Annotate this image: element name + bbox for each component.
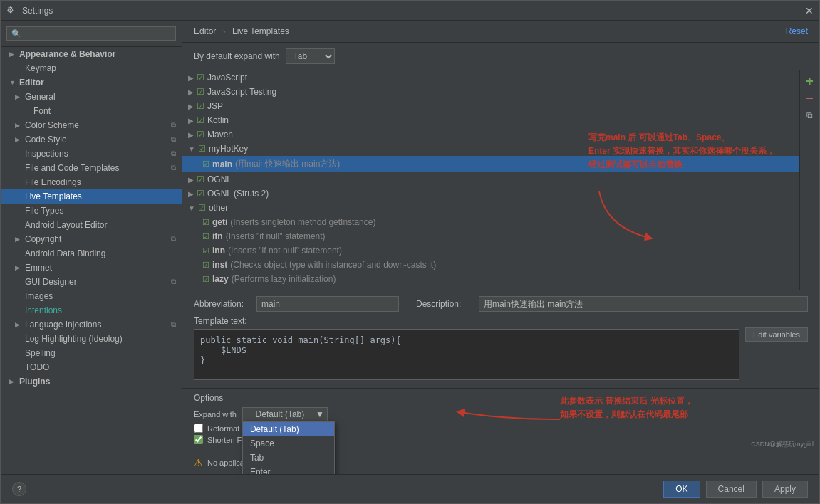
reformat-checkbox[interactable]: [194, 424, 203, 433]
sidebar-item-images[interactable]: Images: [1, 289, 182, 303]
group-myhotkey[interactable]: ▼ ☑ myHotKey: [182, 142, 799, 156]
sidebar-label: File Encodings: [25, 177, 81, 187]
template-main[interactable]: ☑ main (用main快速输出 main方法): [182, 156, 799, 172]
sidebar-item-gui[interactable]: GUI Designer ⧉: [1, 275, 182, 289]
arrow-icon: ▶: [188, 88, 194, 96]
sidebar-item-todo[interactable]: TODO: [1, 360, 182, 374]
sidebar-item-emmet[interactable]: ▶ Emmet: [1, 261, 182, 275]
abbreviation-input[interactable]: [256, 296, 399, 312]
sidebar-item-keymap[interactable]: Keymap: [1, 61, 182, 75]
sidebar-label: Font: [33, 106, 51, 116]
dropdown-item-space[interactable]: Space: [243, 436, 334, 451]
group-label: OGNL: [207, 174, 232, 184]
reset-button[interactable]: Reset: [786, 26, 808, 36]
sidebar-item-font[interactable]: Font: [1, 104, 182, 118]
template-ifn[interactable]: ☑ ifn (Inserts "if null" statement): [182, 229, 799, 243]
sidebar-label: Keymap: [25, 63, 56, 73]
template-textarea[interactable]: public static void main(String[] args){ …: [194, 329, 739, 380]
dropdown-item-enter[interactable]: Enter: [243, 465, 334, 474]
group-javascript[interactable]: ▶ ☑ JavaScript: [182, 70, 799, 85]
sidebar-item-live-templates[interactable]: Live Templates: [1, 189, 182, 204]
arrow-icon: ▶: [188, 176, 194, 184]
remove-button[interactable]: −: [802, 90, 818, 106]
add-button[interactable]: +: [802, 73, 818, 89]
sidebar-item-general[interactable]: ▶ General: [1, 90, 182, 104]
arrow-icon: ▶: [15, 136, 22, 143]
sidebar-item-spelling[interactable]: Spelling: [1, 346, 182, 360]
dropdown-item-tab[interactable]: Tab: [243, 451, 334, 465]
sidebar-item-code-style[interactable]: ▶ Code Style ⧉: [1, 132, 182, 147]
check-icon: ☑: [202, 232, 209, 241]
breadcrumb-sep: ›: [223, 26, 226, 36]
footer-left: ?: [12, 482, 26, 496]
arrow-icon: ▶: [15, 264, 22, 271]
group-other[interactable]: ▼ ☑ other: [182, 201, 799, 215]
sidebar-item-inspections[interactable]: Inspections ⧉: [1, 147, 182, 161]
main-area: ▶ ☑ JavaScript ▶ ☑ JavaScript Testing: [182, 70, 819, 474]
template-inn[interactable]: ☑ inn (Inserts "if not null" statement): [182, 243, 799, 258]
group-ognl-struts[interactable]: ▶ ☑ OGNL (Struts 2): [182, 187, 799, 201]
sidebar-item-log[interactable]: Log Highlighting (Ideolog): [1, 332, 182, 346]
group-maven[interactable]: ▶ ☑ Maven: [182, 127, 799, 142]
copy-icon: ⧉: [171, 121, 176, 130]
breadcrumb-current: Live Templates: [232, 26, 289, 36]
sidebar-item-copyright[interactable]: ▶ Copyright ⧉: [1, 232, 182, 246]
shorten-checkbox[interactable]: [194, 435, 203, 444]
sidebar-label: Spelling: [25, 348, 56, 358]
expand-toolbar: By default expand with Tab Space Enter N…: [182, 43, 819, 70]
sidebar-item-intentions[interactable]: Intentions: [1, 303, 182, 317]
group-label: JSP: [207, 101, 223, 111]
description-label: Description:: [416, 299, 473, 309]
template-geti[interactable]: ☑ geti (Inserts singleton method getInst…: [182, 215, 799, 229]
description-input[interactable]: [479, 296, 808, 312]
sidebar-label: Intentions: [25, 305, 62, 315]
template-desc: (Inserts "if not null" statement): [228, 246, 342, 256]
sidebar-label: Emmet: [25, 263, 52, 273]
settings-window: ⚙ Settings ✕ ▶ Appearance & Behavior Key…: [0, 0, 820, 504]
template-lazy[interactable]: ☑ lazy (Performs lazy initialization): [182, 272, 799, 286]
sidebar-item-file-types[interactable]: File Types: [1, 204, 182, 218]
sidebar-item-android-data[interactable]: Android Data Binding: [1, 246, 182, 261]
sidebar-item-appearance[interactable]: ▶ Appearance & Behavior: [1, 47, 182, 61]
group-js-testing[interactable]: ▶ ☑ JavaScript Testing: [182, 85, 799, 99]
template-desc: (Inserts "if null" statement): [226, 231, 326, 241]
sidebar-label: Inspections: [25, 149, 68, 159]
arrow-icon: ▶: [15, 93, 22, 100]
sidebar-item-color-scheme[interactable]: ▶ Color Scheme ⧉: [1, 118, 182, 132]
group-jsp[interactable]: ▶ ☑ JSP: [182, 99, 799, 113]
arrow-icon: ▶: [15, 321, 22, 328]
sidebar-item-editor[interactable]: ▼ Editor: [1, 75, 182, 90]
sidebar-item-lang-inject[interactable]: ▶ Language Injections ⧉: [1, 317, 182, 332]
arrow-icon: ▶: [188, 117, 194, 125]
main-content: ▶ Appearance & Behavior Keymap ▼ Editor …: [1, 21, 819, 474]
close-button[interactable]: ✕: [805, 5, 814, 16]
template-abbrev: lazy: [212, 274, 229, 284]
expand-with-select[interactable]: Default (Tab) ▼: [242, 407, 328, 421]
template-abbrev: inst: [212, 260, 227, 270]
sidebar-item-plugins[interactable]: ▶ Plugins: [1, 374, 182, 389]
cancel-button[interactable]: Cancel: [706, 481, 757, 498]
template-inst[interactable]: ☑ inst (Checks object type with instance…: [182, 258, 799, 272]
group-kotlin[interactable]: ▶ ☑ Kotlin: [182, 113, 799, 127]
sidebar-item-android-layout[interactable]: Android Layout Editor: [1, 218, 182, 232]
dropdown-item-default-tab[interactable]: Default (Tab): [243, 422, 334, 436]
check-icon: ☑: [197, 101, 204, 111]
content-header: Editor › Live Templates Reset: [182, 21, 819, 43]
breadcrumb-parent: Editor: [194, 26, 216, 36]
copy-button[interactable]: ⧉: [802, 107, 818, 123]
group-label: JavaScript: [207, 73, 247, 83]
template-desc: (Checks object type with instanceof and …: [230, 260, 436, 270]
ok-button[interactable]: OK: [663, 481, 700, 498]
group-ognl[interactable]: ▶ ☑ OGNL: [182, 172, 799, 187]
sidebar: ▶ Appearance & Behavior Keymap ▼ Editor …: [1, 21, 182, 474]
help-button[interactable]: ?: [12, 482, 26, 496]
sidebar-item-file-encodings[interactable]: File Encodings: [1, 175, 182, 189]
expand-select[interactable]: Tab Space Enter None: [286, 48, 335, 64]
group-label: OGNL (Struts 2): [207, 189, 269, 199]
sidebar-item-file-templates[interactable]: File and Code Templates ⧉: [1, 161, 182, 175]
edit-vars-button[interactable]: Edit variables: [745, 327, 808, 342]
sidebar-label: Log Highlighting (Ideolog): [25, 334, 123, 344]
apply-button[interactable]: Apply: [762, 481, 808, 498]
abbrev-row: Abbreviation: Description:: [194, 296, 808, 312]
search-input[interactable]: [6, 26, 176, 41]
